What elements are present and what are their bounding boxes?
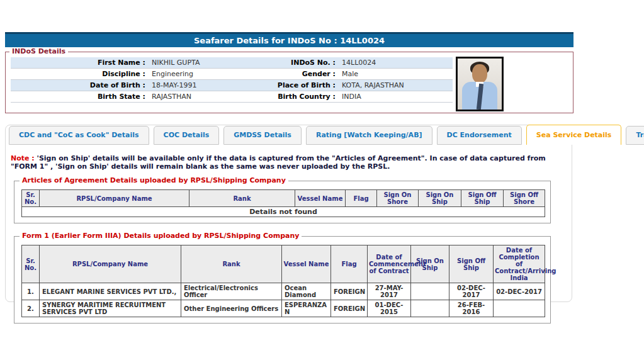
form1-legend: Form 1 (Earlier Form IIIA) Details uploa… [20, 232, 302, 240]
tab-rating-watch-keeping[interactable]: Rating [Watch Keeping/AB] [306, 126, 432, 145]
articles-col-sr-no: Sr. No. [22, 190, 40, 207]
row1-sr-no: 1. [22, 283, 40, 300]
place-of-birth-value: KOTA, RAJASTHAN [336, 80, 453, 91]
indos-no-label: INDoS No. : [259, 57, 336, 68]
articles-col-flag: Flag [346, 190, 377, 207]
seafarer-photo [456, 57, 504, 111]
date-of-birth-value: 18-MAY-1991 [145, 80, 259, 91]
row1-rank: Electrical/Electronics Officer [181, 283, 282, 300]
form1-col-sign-off-ship: Sign Off Ship [449, 245, 494, 283]
articles-empty-row: Details not found [22, 207, 545, 217]
articles-col-sign-on-ship: Sign On Ship [419, 190, 461, 207]
row2-commencement: 01-DEC-2015 [368, 300, 411, 317]
form1-col-completion: Date of Completion of Contract/Arriving … [494, 245, 545, 283]
discipline-label: Discipline : [11, 69, 145, 79]
row2-vessel: ESPERANZA N [282, 300, 331, 317]
row1-commencement: 27-MAY-2017 [368, 283, 411, 300]
indos-row-discipline: Discipline : Engineering Gender : Male [11, 69, 453, 80]
indos-details-rows: First Name : NIKHIL GUPTA INDoS No. : 14… [11, 57, 453, 103]
row2-flag: FOREIGN [331, 300, 368, 317]
form1-col-vessel: Vessel Name [282, 245, 331, 283]
articles-legend: Articles of Agreement Details uploaded b… [20, 176, 288, 184]
row2-company: SYNERGY MARITIME RECRUITMENT SERVICES PV… [40, 300, 181, 317]
articles-header-row: Sr. No. RPSL/Company Name Rank Vessel Na… [22, 190, 545, 207]
row2-completion [494, 300, 545, 317]
table-row: 2. SYNERGY MARITIME RECRUITMENT SERVICES… [22, 300, 545, 317]
indos-row-birth-state: Birth State : RAJASTHAN Birth Country : … [11, 91, 453, 103]
birth-country-value: INDIA [336, 91, 453, 102]
articles-col-sign-on-shore: Sign On Shore [377, 190, 419, 207]
row1-completion: 02-DEC-2017 [494, 283, 545, 300]
articles-col-sign-off-shore: Sign Off Shore [504, 190, 545, 207]
tab-coc-details[interactable]: COC Details [154, 126, 220, 145]
page-title-text: Seafarer Details for INDoS No : 14LL0024 [194, 36, 385, 45]
indos-no-value: 14LL0024 [336, 57, 453, 68]
tab-dc-endorsement[interactable]: DC Endorsement [437, 126, 522, 145]
tab-training-details[interactable]: Training Details [626, 126, 644, 145]
row1-company: ELEGANT MARINE SERVICES PVT LTD., [40, 283, 181, 300]
row1-sign-off-ship: 02-DEC-2017 [449, 283, 494, 300]
row2-sign-on-ship [411, 300, 449, 317]
row1-vessel: Ocean Diamond [282, 283, 331, 300]
indos-row-date-of-birth: Date of Birth : 18-MAY-1991 Place of Bir… [11, 80, 453, 91]
page-title: Seafarer Details for INDoS No : 14LL0024 [5, 32, 573, 47]
form1-col-company: RPSL/Company Name [40, 245, 181, 283]
sign-on-ship-note: Note : 'Sign on Ship' details will be av… [11, 154, 565, 171]
seafarer-details-page: Seafarer Details for INDoS No : 14LL0024… [0, 0, 644, 338]
articles-col-sign-off-ship: Sign Off Ship [461, 190, 504, 207]
articles-of-agreement-section: Articles of Agreement Details uploaded b… [14, 181, 551, 223]
tab-cdc-coc-as-cook[interactable]: CDC and "CoC as Cook" Details [9, 126, 149, 145]
form1-col-flag: Flag [331, 245, 368, 283]
details-not-found-message: Details not found [22, 207, 545, 217]
tab-bar: CDC and "CoC as Cook" Details COC Detail… [9, 126, 644, 145]
row1-flag: FOREIGN [331, 283, 368, 300]
row2-rank: Other Engineering Officers [181, 300, 282, 317]
form1-section: Form 1 (Earlier Form IIIA) Details uploa… [14, 236, 551, 324]
gender-value: Male [336, 69, 453, 79]
articles-col-vessel: Vessel Name [295, 190, 346, 207]
first-name-value: NIKHIL GUPTA [145, 57, 259, 68]
gender-label: Gender : [259, 69, 336, 79]
birth-country-label: Birth Country : [259, 91, 336, 102]
place-of-birth-label: Place of Birth : [259, 80, 336, 91]
row2-sr-no: 2. [22, 300, 40, 317]
birth-state-value: RAJASTHAN [145, 91, 259, 102]
discipline-value: Engineering [145, 69, 259, 79]
tab-gmdss-details[interactable]: GMDSS Details [223, 126, 302, 145]
articles-col-rank: Rank [189, 190, 295, 207]
form1-header-row: Sr. No. RPSL/Company Name Rank Vessel Na… [22, 245, 545, 283]
indos-row-first-name: First Name : NIKHIL GUPTA INDoS No. : 14… [11, 57, 453, 69]
form1-table: Sr. No. RPSL/Company Name Rank Vessel Na… [21, 245, 545, 317]
row1-sign-on-ship [411, 283, 449, 300]
first-name-label: First Name : [11, 57, 145, 68]
indos-details-section: INDoS Details First Name : NIKHIL GUPTA … [5, 52, 573, 113]
articles-table: Sr. No. RPSL/Company Name Rank Vessel Na… [21, 189, 545, 217]
tab-sea-service-details[interactable]: Sea Service Details [526, 125, 622, 145]
indos-details-legend: INDoS Details [9, 47, 68, 55]
tab-content-panel: Note : 'Sign on Ship' details will be av… [5, 125, 572, 302]
form1-col-rank: Rank [181, 245, 282, 283]
date-of-birth-label: Date of Birth : [11, 80, 145, 91]
photo-face [472, 64, 487, 83]
articles-col-company: RPSL/Company Name [40, 190, 189, 207]
note-text: 'Sign on Ship' details will be available… [11, 154, 546, 171]
note-label: Note : [11, 154, 35, 162]
birth-state-label: Birth State : [11, 91, 145, 102]
row2-sign-off-ship: 26-FEB-2016 [449, 300, 494, 317]
form1-col-commencement: Date of Commencement of Contract [368, 245, 411, 283]
table-row: 1. ELEGANT MARINE SERVICES PVT LTD., Ele… [22, 283, 545, 300]
form1-col-sr-no: Sr. No. [22, 245, 40, 283]
